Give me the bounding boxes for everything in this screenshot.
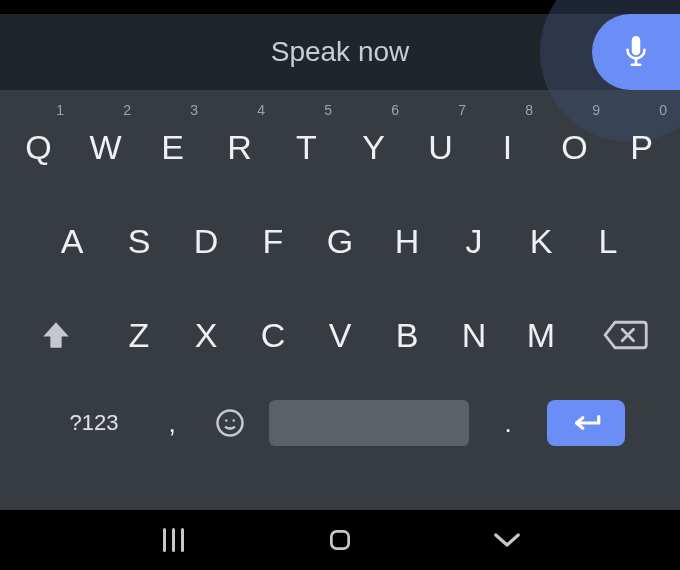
nav-home-button[interactable]	[300, 510, 380, 570]
key-y[interactable]: 6Y	[340, 100, 407, 194]
key-p[interactable]: 0P	[608, 100, 675, 194]
key-g[interactable]: G	[307, 194, 374, 288]
keyboard: 1Q 2W 3E 4R 5T 6Y 7U 8I 9O 0P A S D F G …	[0, 90, 680, 510]
svg-point-7	[233, 419, 236, 422]
key-i[interactable]: 8I	[474, 100, 541, 194]
svg-point-6	[225, 419, 228, 422]
mic-icon	[623, 35, 649, 69]
comma-key[interactable]: ,	[143, 384, 201, 462]
key-e[interactable]: 3E	[139, 100, 206, 194]
home-icon	[327, 527, 353, 553]
emoji-key[interactable]	[201, 384, 259, 462]
key-k[interactable]: K	[508, 194, 575, 288]
key-z[interactable]: Z	[106, 288, 173, 382]
key-row-1: 1Q 2W 3E 4R 5T 6Y 7U 8I 9O 0P	[2, 100, 678, 194]
key-c[interactable]: C	[240, 288, 307, 382]
shift-icon	[39, 318, 73, 352]
key-w[interactable]: 2W	[72, 100, 139, 194]
voice-prompt-text: Speak now	[271, 36, 410, 68]
recents-icon	[163, 528, 184, 552]
key-m[interactable]: M	[508, 288, 575, 382]
nav-recents-button[interactable]	[133, 510, 213, 570]
nav-back-button[interactable]	[467, 510, 547, 570]
backspace-icon	[602, 318, 648, 352]
key-x[interactable]: X	[173, 288, 240, 382]
key-s[interactable]: S	[106, 194, 173, 288]
suggestion-bar: Speak now	[0, 14, 680, 90]
svg-point-5	[218, 411, 243, 436]
key-f[interactable]: F	[240, 194, 307, 288]
backspace-key[interactable]	[575, 288, 675, 382]
symbols-key[interactable]: ?123	[45, 384, 143, 462]
mic-button[interactable]	[592, 14, 680, 90]
key-j[interactable]: J	[441, 194, 508, 288]
key-l[interactable]: L	[575, 194, 642, 288]
key-u[interactable]: 7U	[407, 100, 474, 194]
key-q[interactable]: 1Q	[5, 100, 72, 194]
spacebar	[269, 400, 469, 446]
key-a[interactable]: A	[39, 194, 106, 288]
key-t[interactable]: 5T	[273, 100, 340, 194]
emoji-icon	[215, 408, 245, 438]
key-r[interactable]: 4R	[206, 100, 273, 194]
svg-rect-8	[331, 531, 348, 548]
key-row-2: A S D F G H J K L	[2, 194, 678, 288]
enter-icon	[569, 411, 603, 435]
shift-key[interactable]	[6, 288, 106, 382]
chevron-down-icon	[492, 530, 522, 550]
key-d[interactable]: D	[173, 194, 240, 288]
key-row-3: Z X C V B N M	[2, 288, 678, 382]
key-h[interactable]: H	[374, 194, 441, 288]
navigation-bar	[0, 510, 680, 570]
key-v[interactable]: V	[307, 288, 374, 382]
space-key[interactable]	[259, 384, 479, 462]
period-key[interactable]: .	[479, 384, 537, 462]
key-o[interactable]: 9O	[541, 100, 608, 194]
mic-area	[540, 14, 680, 90]
svg-rect-0	[632, 36, 641, 55]
key-n[interactable]: N	[441, 288, 508, 382]
key-row-4: ?123 , .	[2, 382, 678, 462]
key-b[interactable]: B	[374, 288, 441, 382]
enter-key[interactable]	[537, 384, 635, 462]
